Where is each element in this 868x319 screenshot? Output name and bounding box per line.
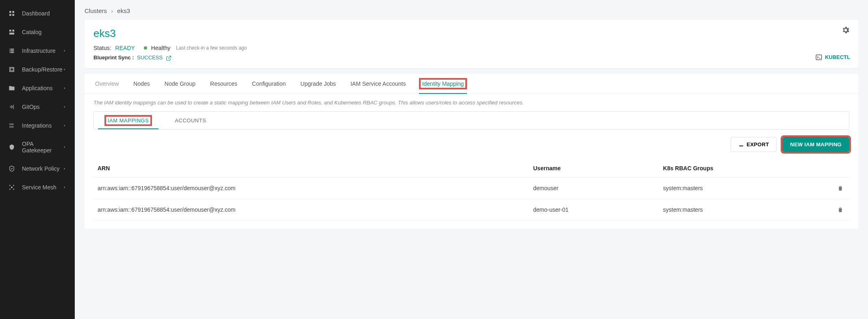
- svg-rect-1: [12, 11, 14, 13]
- sidebar-item-label: GitOps: [22, 104, 63, 110]
- tab-overview[interactable]: Overview: [93, 74, 120, 93]
- sidebar-item-gitops[interactable]: GitOps: [0, 98, 75, 116]
- cell-arn: arn:aws:iam::679196758854:user/demouser@…: [93, 199, 529, 220]
- cell-username: demouser: [529, 177, 659, 199]
- cell-arn: arn:aws:iam::679196758854:user/demouser@…: [93, 177, 529, 199]
- table-row: arn:aws:iam::679196758854:user/demouser@…: [93, 199, 849, 220]
- subtab-iam-mappings[interactable]: IAM MAPPINGS: [94, 112, 163, 129]
- th-username: Username: [529, 159, 659, 178]
- sidebar-item-label: Applications: [22, 85, 63, 91]
- th-actions: [833, 159, 849, 178]
- subtab-accounts[interactable]: ACCOUNTS: [163, 112, 218, 129]
- iam-mappings-table-wrap: ARN Username K8s RBAC Groups arn:aws:iam…: [85, 159, 858, 229]
- sidebar-item-integrations[interactable]: Integrations: [0, 116, 75, 135]
- sidebar: Dashboard Catalog Infrastructure Backup/…: [0, 0, 75, 319]
- health-text: Healthy: [151, 45, 170, 51]
- delete-button[interactable]: [837, 185, 845, 191]
- tabs-row: Overview Nodes Node Group Resources Conf…: [85, 74, 858, 94]
- catalog-icon: [8, 28, 15, 36]
- integrations-icon: [8, 122, 15, 129]
- sidebar-item-label: Catalog: [22, 29, 67, 35]
- tab-resources[interactable]: Resources: [208, 74, 239, 93]
- svg-rect-14: [816, 55, 822, 60]
- table-row: arn:aws:iam::679196758854:user/demouser@…: [93, 177, 849, 199]
- breadcrumb: Clusters › eks3: [85, 7, 858, 14]
- sidebar-item-label: OPA Gatekeeper: [22, 141, 63, 154]
- chevron-right-icon: [63, 105, 67, 109]
- new-iam-mapping-button[interactable]: NEW IAM MAPPING: [782, 137, 849, 152]
- sidebar-item-catalog[interactable]: Catalog: [0, 23, 75, 41]
- subtabs-wrap: IAM MAPPINGS ACCOUNTS: [85, 111, 858, 130]
- chevron-right-icon: [63, 145, 67, 149]
- svg-point-11: [13, 185, 14, 186]
- cluster-header-card: eks3 Status: READY Healthy Last check-in…: [85, 20, 858, 68]
- svg-point-10: [9, 185, 11, 186]
- svg-point-13: [13, 189, 14, 190]
- tab-configuration[interactable]: Configuration: [250, 74, 287, 93]
- terminal-icon: [815, 54, 822, 61]
- dashboard-icon: [8, 10, 15, 17]
- chevron-right-icon: [63, 49, 67, 53]
- status-label: Status:: [93, 45, 111, 51]
- sidebar-item-label: Service Mesh: [22, 184, 63, 191]
- svg-rect-2: [9, 14, 11, 16]
- tab-upgrade-jobs[interactable]: Upgrade Jobs: [299, 74, 337, 93]
- svg-rect-0: [9, 11, 11, 13]
- status-value: READY: [115, 45, 135, 51]
- cell-username: demo-user-01: [529, 199, 659, 220]
- external-link-icon[interactable]: [166, 55, 171, 61]
- sidebar-item-label: Infrastructure: [22, 48, 63, 54]
- chevron-right-icon: [63, 86, 67, 90]
- checkin-text: Last check-in a few seconds ago: [176, 45, 247, 51]
- kubectl-label: KUBECTL: [825, 54, 850, 60]
- backup-icon: [8, 66, 15, 73]
- health-dot-icon: [144, 46, 147, 50]
- sidebar-item-network-policy[interactable]: Network Policy: [0, 159, 75, 178]
- blueprint-row: Blueprint Sync : SUCCESS: [93, 54, 849, 61]
- tab-identity-mapping[interactable]: Identity Mapping: [419, 74, 467, 93]
- sidebar-item-label: Dashboard: [22, 10, 67, 17]
- sidebar-item-dashboard[interactable]: Dashboard: [0, 4, 75, 23]
- network-icon: [8, 165, 15, 172]
- cell-groups: system:masters: [659, 199, 833, 220]
- chevron-right-icon: [63, 185, 67, 189]
- sidebar-item-opa-gatekeeper[interactable]: OPA Gatekeeper: [0, 135, 75, 159]
- description-text: The IAM identity mappings can be used to…: [85, 94, 858, 111]
- tab-nodes[interactable]: Nodes: [132, 74, 151, 93]
- export-button[interactable]: EXPORT: [731, 137, 777, 152]
- svg-point-9: [11, 187, 13, 188]
- settings-button[interactable]: [841, 26, 850, 35]
- breadcrumb-root[interactable]: Clusters: [85, 7, 107, 14]
- subtabs: IAM MAPPINGS ACCOUNTS: [93, 111, 849, 130]
- sidebar-item-service-mesh[interactable]: Service Mesh: [0, 178, 75, 197]
- sidebar-item-infrastructure[interactable]: Infrastructure: [0, 41, 75, 60]
- chevron-right-icon: [63, 67, 67, 72]
- sidebar-item-label: Backup/Restore: [22, 66, 63, 73]
- sidebar-item-label: Integrations: [22, 122, 63, 129]
- blueprint-value[interactable]: SUCCESS: [137, 54, 163, 61]
- svg-rect-6: [9, 33, 14, 35]
- tab-iam-service-accounts[interactable]: IAM Service Accounts: [349, 74, 407, 93]
- cluster-title: eks3: [93, 27, 849, 40]
- actions-row: EXPORT NEW IAM MAPPING: [85, 130, 858, 159]
- gitops-icon: [8, 103, 15, 111]
- svg-rect-3: [12, 14, 14, 16]
- shield-icon: [8, 143, 15, 151]
- svg-rect-5: [12, 30, 14, 32]
- kubectl-button[interactable]: KUBECTL: [815, 54, 850, 61]
- tab-node-group[interactable]: Node Group: [163, 74, 197, 93]
- sidebar-item-applications[interactable]: Applications: [0, 79, 75, 98]
- svg-rect-8: [11, 68, 13, 71]
- mesh-icon: [8, 184, 15, 191]
- cell-groups: system:masters: [659, 177, 833, 199]
- svg-point-12: [9, 189, 11, 190]
- iam-mappings-table: ARN Username K8s RBAC Groups arn:aws:iam…: [93, 159, 849, 221]
- sidebar-item-backup-restore[interactable]: Backup/Restore: [0, 60, 75, 79]
- main-content: Clusters › eks3 eks3 Status: READY Healt…: [75, 0, 868, 319]
- download-icon: [738, 141, 744, 147]
- svg-rect-4: [9, 30, 11, 32]
- breadcrumb-current: eks3: [117, 7, 130, 14]
- breadcrumb-sep: ›: [111, 7, 113, 14]
- chevron-right-icon: [63, 124, 67, 128]
- delete-button[interactable]: [837, 206, 845, 213]
